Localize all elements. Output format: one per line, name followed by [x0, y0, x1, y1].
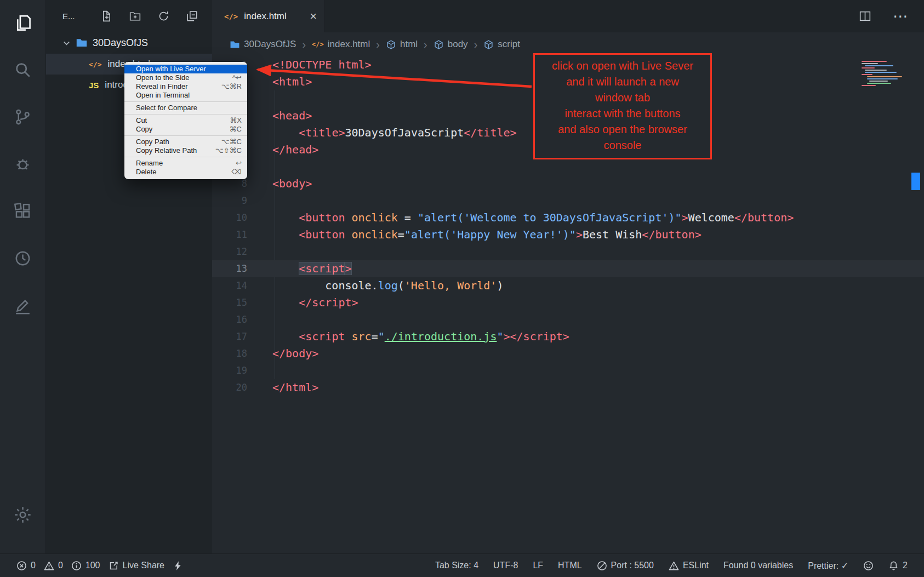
more-actions-icon[interactable]: ⋯: [893, 13, 909, 19]
code-line-7[interactable]: 7: [212, 158, 924, 175]
status-found-0-variables[interactable]: Found 0 variables: [723, 561, 793, 570]
menu-item-label: Cut: [136, 116, 147, 125]
status-2[interactable]: 2: [888, 561, 908, 571]
chevron-right-icon: ›: [474, 38, 478, 51]
new-folder-icon[interactable]: [128, 9, 142, 23]
refresh-icon[interactable]: [157, 9, 170, 23]
activity-bar: [0, 0, 46, 553]
menu-item-cut[interactable]: Cut⌘X: [124, 116, 247, 125]
activity-source-control[interactable]: [0, 94, 46, 141]
html-file-icon: </>: [224, 12, 238, 21]
menu-item-copy-relative-path[interactable]: Copy Relative Path⌥⇧⌘C: [124, 146, 247, 155]
scrollbar-marker[interactable]: [911, 173, 920, 190]
activity-feedback[interactable]: [0, 283, 46, 330]
code-line-19[interactable]: 19: [212, 362, 924, 379]
menu-item-open-to-the-side[interactable]: Open to the Side^↩: [124, 73, 247, 82]
activity-extensions[interactable]: [0, 188, 46, 236]
activity-run-debug[interactable]: [0, 141, 46, 188]
code-line-10[interactable]: 10 <button onclick = "alert('Welcome to …: [212, 209, 924, 226]
code-token: <button: [299, 228, 351, 241]
status-100[interactable]: 100: [71, 561, 100, 571]
status-label: HTML: [558, 561, 582, 570]
line-content: console.log('Hello, World'): [272, 277, 503, 294]
collapse-all-icon[interactable]: [185, 9, 199, 23]
code-token: ): [497, 279, 503, 292]
code-line-8[interactable]: 8<body>: [212, 175, 924, 192]
line-number[interactable]: 15: [212, 294, 272, 311]
code-line-9[interactable]: 9: [212, 192, 924, 209]
breadcrumb-item-index-html[interactable]: </>index.html: [312, 39, 370, 50]
line-number[interactable]: 11: [212, 226, 272, 243]
activity-history[interactable]: [0, 236, 46, 283]
code-line-20[interactable]: 20</html>: [212, 379, 924, 396]
line-number[interactable]: 9: [212, 192, 272, 209]
tree-root-folder[interactable]: 30DaysOfJS: [46, 32, 212, 54]
menu-item-copy-path[interactable]: Copy Path⌥⌘C: [124, 138, 247, 146]
status-tab-size-4[interactable]: Tab Size: 4: [435, 561, 478, 570]
status-lightning-icon[interactable]: [173, 561, 183, 571]
menu-item-delete[interactable]: Delete⌫: [124, 168, 247, 176]
line-number[interactable]: 14: [212, 277, 272, 294]
line-content: <script>: [272, 260, 352, 277]
status-port-5500[interactable]: Port : 5500: [597, 561, 654, 571]
line-number[interactable]: 13: [212, 260, 272, 277]
code-line-11[interactable]: 11 <button onclick="alert('Happy New Yea…: [212, 226, 924, 243]
status-html[interactable]: HTML: [558, 561, 582, 570]
line-content: <title>30DaysOfJavaScript</title>: [272, 124, 517, 141]
menu-item-label: Copy Relative Path: [136, 146, 197, 155]
warning-icon: [44, 561, 54, 571]
code-token: <button: [299, 211, 351, 224]
code-line-12[interactable]: 12: [212, 243, 924, 260]
menu-item-label: Open to the Side: [136, 73, 190, 82]
status-live-share[interactable]: Live Share: [109, 561, 165, 571]
menu-item-open-with-live-server[interactable]: Open with Live Server: [124, 65, 247, 73]
code-line-18[interactable]: 18</body>: [212, 345, 924, 362]
status-utf-8[interactable]: UTF-8: [493, 561, 518, 570]
line-number[interactable]: 12: [212, 243, 272, 260]
status-label: 2: [903, 561, 908, 570]
menu-item-reveal-in-finder[interactable]: Reveal in Finder⌥⌘R: [124, 82, 247, 91]
close-icon[interactable]: ×: [310, 10, 317, 22]
code-line-15[interactable]: 15 </script>: [212, 294, 924, 311]
status-label: Found 0 variables: [723, 561, 793, 570]
status-eslint[interactable]: ESLint: [669, 561, 709, 571]
menu-item-open-in-terminal[interactable]: Open in Terminal: [124, 91, 247, 100]
menu-item-shortcut: ↩: [236, 159, 242, 168]
menu-item-select-for-compare[interactable]: Select for Compare: [124, 104, 247, 112]
new-file-icon[interactable]: [100, 9, 113, 23]
activity-explorer[interactable]: [0, 0, 46, 47]
status-smiley-icon[interactable]: [863, 561, 874, 571]
code-token: console.: [325, 279, 378, 292]
menu-item-rename[interactable]: Rename↩: [124, 159, 247, 168]
breadcrumb-item-html[interactable]: html: [386, 39, 418, 50]
breadcrumb-item-30daysofjs[interactable]: 30DaysOfJS: [230, 39, 296, 50]
code-line-16[interactable]: 16: [212, 311, 924, 328]
breadcrumb-item-script[interactable]: script: [483, 39, 520, 50]
tab-index-html[interactable]: </> index.html ×: [212, 0, 325, 32]
menu-item-label: Delete: [136, 168, 157, 176]
status-0[interactable]: 0: [16, 561, 36, 571]
status-0[interactable]: 0: [44, 561, 63, 571]
line-number[interactable]: 19: [212, 362, 272, 379]
symbol-cube-icon: [483, 39, 494, 50]
activity-settings[interactable]: [0, 492, 46, 539]
line-number[interactable]: 16: [212, 311, 272, 328]
activity-search[interactable]: [0, 47, 46, 94]
js-file-icon: JS: [89, 81, 99, 90]
split-editor-icon[interactable]: [858, 9, 872, 23]
line-number[interactable]: 20: [212, 379, 272, 396]
line-number[interactable]: 18: [212, 345, 272, 362]
vscode-window: E... 30DaysOfJS </> index.html JS intr: [0, 0, 924, 577]
code-line-13[interactable]: 13 <script>: [212, 260, 924, 277]
line-number[interactable]: 17: [212, 328, 272, 345]
minimap[interactable]: [862, 61, 912, 87]
code-token: 30DaysOfJavaScript: [345, 126, 464, 139]
status-lf[interactable]: LF: [533, 561, 543, 570]
breadcrumb-item-body[interactable]: body: [434, 39, 468, 50]
menu-item-copy[interactable]: Copy⌘C: [124, 125, 247, 134]
line-number[interactable]: 10: [212, 209, 272, 226]
code-line-14[interactable]: 14 console.log('Hello, World'): [212, 277, 924, 294]
code-line-17[interactable]: 17 <script src="./introduction.js"></scr…: [212, 328, 924, 345]
smiley-icon: [863, 561, 874, 571]
status-prettier[interactable]: Prettier: ✓: [808, 561, 848, 571]
